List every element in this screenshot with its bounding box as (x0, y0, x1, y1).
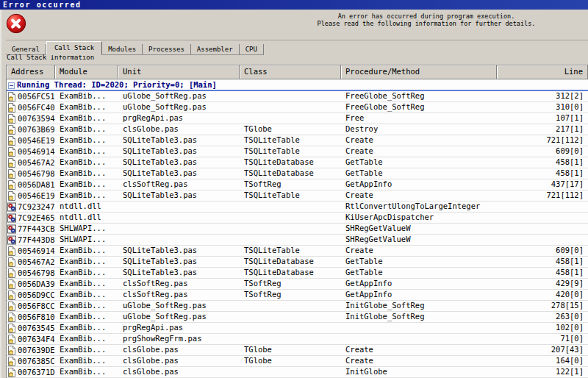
procedure-cell: InitGlobe_SoftReg (341, 301, 497, 311)
table-row[interactable]: 0056D9CC ExamBib... clsSoftReg.pas TSoft… (7, 290, 588, 301)
procedure-cell (341, 334, 497, 344)
thread-group-label: Running Thread: ID=2020; Priority=0; [Ma… (17, 80, 217, 89)
unit-cell: clsSoftReg.pas (118, 179, 240, 190)
unit-icon (7, 368, 16, 377)
column-header-address[interactable]: Address (7, 65, 55, 79)
table-row[interactable]: 00546798 ExamBib... SQLiteTable3.pas TSQ… (7, 168, 588, 179)
table-row[interactable]: 00546798 ExamBib... SQLiteTable3.pas TSQ… (7, 268, 588, 279)
unit-cell: uGlobe_SoftReg.pas (118, 102, 240, 113)
class-cell: TSQLiteTable (240, 146, 341, 157)
unit-icon (7, 357, 16, 366)
procedure-cell: Destroy (341, 124, 497, 135)
window-title-bar[interactable]: Error occurred (0, 0, 588, 10)
unit-cell: uGlobe_SoftReg.pas (118, 301, 240, 311)
line-cell: 420[0] (497, 290, 588, 300)
table-row[interactable]: 0056F810 ExamBib... uGlobe_SoftReg.pas I… (7, 312, 588, 323)
column-header-module[interactable]: Module (55, 65, 118, 79)
address-cell: 77F443D8 (7, 235, 55, 245)
column-header-line[interactable]: Line (497, 65, 588, 79)
table-row[interactable]: 005467A2 ExamBib... SQLiteTable3.pas TSQ… (7, 257, 588, 268)
unit-icon (7, 125, 16, 135)
address-cell: 00546E19 (7, 135, 55, 146)
column-header-unit[interactable]: Unit (118, 65, 240, 79)
table-row[interactable]: 00763B69 ExamBib... clsGlobe.pas TGlobe … (7, 124, 588, 135)
column-header-procedure[interactable]: Procedure/Method (341, 65, 497, 79)
address-cell: 7C92E465 (7, 213, 55, 223)
table-row[interactable]: 0056DA39 ExamBib... clsSoftReg.pas TSoft… (7, 279, 588, 290)
table-row[interactable]: 0056F8CC ExamBib... uGlobe_SoftReg.pas I… (7, 301, 588, 312)
address-cell: 0056F8CC (7, 301, 55, 311)
address-value: 0056DA39 (18, 279, 55, 289)
unit-cell: clsGlobe.pas (118, 345, 240, 355)
table-row[interactable]: 00546914 ExamBib... SQLiteTable3.pas TSQ… (7, 146, 588, 157)
table-row[interactable]: 005467A2 ExamBib... SQLiteTable3.pas TSQ… (7, 157, 588, 168)
address-value: 00546E19 (18, 191, 55, 201)
table-row[interactable]: 7C92E465 ntdll.dll KiUserApcDispatcher (7, 213, 588, 224)
table-row[interactable]: 00763594 ExamBib... prgRegApi.pas Free 1… (7, 113, 588, 124)
tab-general[interactable]: General (6, 44, 46, 54)
table-row[interactable]: 007639DE ExamBib... clsGlobe.pas TGlobe … (7, 345, 588, 356)
table-row[interactable]: 0056FC40 ExamBib... uGlobe_SoftReg.pas F… (7, 102, 588, 113)
window-title: Error occurred (3, 1, 82, 9)
module-cell: ExamBib... (55, 246, 118, 256)
collapse-icon[interactable] (8, 82, 15, 88)
table-row[interactable]: 77F443CB SHLWAPI... SHRegGetValueW (7, 224, 588, 235)
table-row[interactable]: 00546914 ExamBib... SQLiteTable3.pas TSQ… (7, 246, 588, 257)
tab-cpu[interactable]: CPU (240, 44, 264, 54)
class-cell (240, 213, 341, 223)
procedure-cell: GetAppInfo (341, 290, 497, 300)
procedure-cell: GetTable (341, 168, 497, 179)
line-cell: 278[15] (497, 301, 588, 311)
procedure-cell: Create (341, 356, 497, 366)
table-row[interactable]: 0076385C ExamBib... clsGlobe.pas TGlobe … (7, 356, 588, 367)
tab-call-stack[interactable]: Call Stack (46, 41, 102, 55)
address-cell: 00763594 (7, 113, 55, 124)
line-cell: 207[43] (497, 345, 588, 355)
procedure-cell: RtlConvertUlongToLargeInteger (341, 202, 497, 212)
class-cell: TGlobe (240, 356, 341, 366)
address-cell: 00546914 (7, 246, 55, 256)
line-cell: 609[0] (497, 146, 588, 157)
unit-icon (7, 136, 16, 146)
table-row[interactable]: 00546E19 ExamBib... SQLiteTable3.pas TSQ… (7, 190, 588, 202)
unit-cell: SQLiteTable3.pas (118, 135, 240, 146)
module-cell: ExamBib... (55, 124, 118, 135)
procedure-cell (341, 323, 497, 333)
unit-cell: clsGlobe.pas (118, 124, 240, 135)
call-stack-grid: Address Module Unit Class Procedure/Meth… (6, 65, 588, 378)
error-message-line1: An error has occurred during program exe… (279, 13, 573, 20)
table-row[interactable]: 0056DA81 ExamBib... clsSoftReg.pas TSoft… (7, 179, 588, 190)
unit-icon (7, 313, 16, 322)
address-value: 00546E19 (18, 136, 55, 146)
tab-assembler[interactable]: Assembler (191, 44, 240, 54)
line-cell: 122[1] (497, 367, 588, 377)
address-value: 005467A2 (18, 158, 55, 168)
table-row[interactable]: 0076371D ExamBib... clsGlobe.pas InitGlo… (7, 367, 588, 378)
address-value: 7C923247 (18, 202, 55, 212)
thread-group-row[interactable]: Running Thread: ID=2020; Priority=0; [Ma… (7, 79, 588, 91)
address-cell: 00546914 (7, 146, 55, 157)
module-cell: ntdll.dll (55, 213, 118, 223)
unit-cell (118, 224, 240, 234)
unit-cell: prgRegApi.pas (118, 113, 240, 124)
unit-cell: SQLiteTable3.pas (118, 168, 240, 179)
error-icon (6, 13, 26, 34)
class-cell: TSQLiteDatabase (240, 257, 341, 267)
table-row[interactable]: 77F443D8 SHLWAPI... SHRegGetValueW (7, 235, 588, 246)
tab-modules[interactable]: Modules (102, 44, 143, 54)
table-row[interactable]: 0056FC51 ExamBib... uGlobe_SoftReg.pas F… (7, 91, 588, 102)
address-cell: 00546E19 (7, 190, 55, 201)
unit-cell: prgRegApi.pas (118, 323, 240, 333)
table-row[interactable]: 007634F4 ExamBib... prgShowRegFrm.pas 71… (7, 334, 588, 345)
address-value: 00763B69 (18, 125, 55, 135)
procedure-cell: GetTable (341, 157, 497, 168)
address-cell: 005467A2 (7, 257, 55, 267)
line-cell: 458[1] (497, 157, 588, 168)
tab-processes[interactable]: Processes (143, 44, 191, 54)
column-header-class[interactable]: Class (240, 65, 341, 79)
class-cell: TSoftReg (240, 179, 341, 190)
table-row[interactable]: 00546E19 ExamBib... SQLiteTable3.pas TSQ… (7, 135, 588, 146)
table-row[interactable]: 00763545 ExamBib... prgRegApi.pas 102[0] (7, 323, 588, 334)
table-row[interactable]: 7C923247 ntdll.dll RtlConvertUlongToLarg… (7, 202, 588, 213)
class-cell (240, 334, 341, 344)
